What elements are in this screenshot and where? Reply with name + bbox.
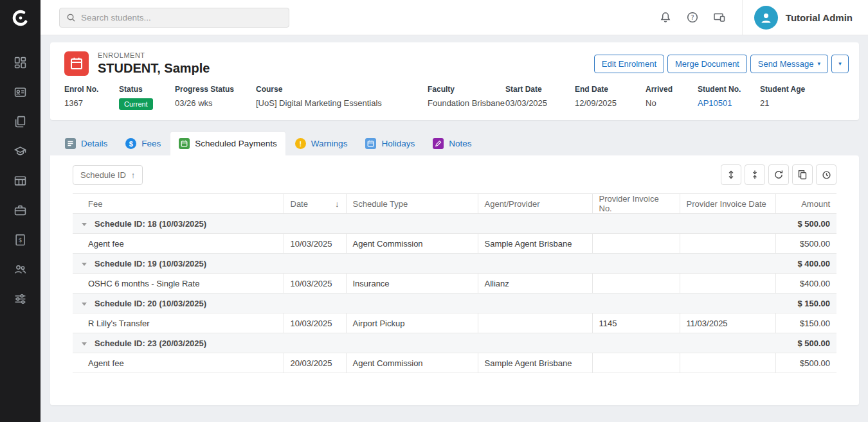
sidebar-nav: $ xyxy=(14,35,27,305)
group-row[interactable]: Schedule ID: 20 (10/03/2025) $ 150.00 xyxy=(73,294,836,313)
more-actions-button[interactable]: ▾ xyxy=(831,55,849,73)
fees-icon: $ xyxy=(125,138,136,149)
holidays-icon xyxy=(365,138,376,149)
timetable-icon[interactable] xyxy=(14,174,27,187)
field-course: Course[UoS] Digital Marketing Essentials xyxy=(256,85,428,110)
svg-text:?: ? xyxy=(691,14,694,21)
agents-icon[interactable] xyxy=(14,263,27,276)
documents-icon[interactable] xyxy=(14,115,27,128)
table-header-row: Fee Date↓ Schedule Type Agent/Provider P… xyxy=(73,194,836,214)
enrolment-summary: Enrol No.1367 StatusCurrent Progress Sta… xyxy=(50,81,859,120)
settings-icon[interactable] xyxy=(14,292,27,305)
table-row[interactable]: Agent fee 20/03/2025 Agent Commission Sa… xyxy=(73,353,836,373)
tab-details[interactable]: Details xyxy=(57,132,116,155)
page-title: STUDENT, Sample xyxy=(98,61,210,76)
enrolment-actions: Edit Enrolment Merge Document Send Messa… xyxy=(594,55,849,73)
main-content: ENROLMENT STUDENT, Sample Edit Enrolment… xyxy=(41,35,868,422)
employers-icon[interactable] xyxy=(14,204,27,216)
collapse-caret-icon xyxy=(82,223,87,226)
collapse-all-icon[interactable] xyxy=(745,164,765,185)
enrolment-kicker: ENROLMENT xyxy=(98,51,210,59)
notifications-bell-icon[interactable] xyxy=(652,4,679,31)
field-progress-status: Progress Status03/26 wks xyxy=(175,85,256,110)
field-student-no: Student No.AP10501 xyxy=(698,85,760,110)
field-end-date: End Date12/09/2025 xyxy=(575,85,646,110)
avatar xyxy=(754,6,778,30)
finance-icon[interactable]: $ xyxy=(14,233,27,246)
user-menu[interactable]: Tutorial Admin xyxy=(742,0,868,35)
collapse-caret-icon xyxy=(82,342,87,346)
table-row[interactable]: Agent fee 10/03/2025 Agent Commission Sa… xyxy=(73,234,836,254)
tab-scheduled-payments[interactable]: Scheduled Payments xyxy=(170,132,285,155)
help-icon[interactable]: ? xyxy=(679,4,706,31)
grid-toolbar-buttons xyxy=(721,164,836,185)
send-message-button[interactable]: Send Message▾ xyxy=(750,55,828,73)
field-student-age: Student Age21 xyxy=(760,85,805,110)
sort-desc-icon: ↓ xyxy=(335,199,339,209)
group-row[interactable]: Schedule ID: 19 (10/03/2025) $ 400.00 xyxy=(73,254,836,274)
sidebar: $ xyxy=(0,0,41,422)
group-row[interactable]: Schedule ID: 18 (10/03/2025) $ 500.00 xyxy=(73,214,836,234)
app-logo-icon xyxy=(10,7,32,29)
refresh-icon[interactable] xyxy=(768,164,789,185)
column-header-schedule-type[interactable]: Schedule Type xyxy=(346,194,478,214)
group-total: $ 150.00 xyxy=(775,294,836,313)
field-arrived: ArrivedNo xyxy=(646,85,698,110)
tab-fees[interactable]: $ Fees xyxy=(117,132,169,155)
search-icon xyxy=(66,13,76,22)
export-icon[interactable] xyxy=(792,164,813,185)
field-start-date: Start Date03/03/2025 xyxy=(505,85,575,110)
warnings-icon: ! xyxy=(295,138,306,149)
column-header-date[interactable]: Date↓ xyxy=(284,194,346,214)
expand-all-icon[interactable] xyxy=(721,164,741,185)
table-row[interactable]: R Lilly's Transfer 10/03/2025 Airport Pi… xyxy=(73,313,836,333)
group-total: $ 500.00 xyxy=(775,333,836,353)
enrolment-header-card: ENROLMENT STUDENT, Sample Edit Enrolment… xyxy=(50,42,859,120)
devices-icon[interactable] xyxy=(706,4,733,31)
enrolment-icon xyxy=(64,51,89,76)
topbar-actions: ? Tutorial Admin xyxy=(652,0,868,35)
chevron-down-icon: ▾ xyxy=(817,60,820,67)
collapse-caret-icon xyxy=(82,263,87,266)
column-header-fee[interactable]: Fee xyxy=(73,194,284,214)
svg-text:$: $ xyxy=(18,236,22,243)
dashboard-icon[interactable] xyxy=(14,56,27,69)
tab-holidays[interactable]: Holidays xyxy=(357,132,423,155)
search-box xyxy=(59,8,289,28)
merge-document-button[interactable]: Merge Document xyxy=(667,55,747,73)
scheduled-payments-panel: Schedule ID ↑ Fee Date↓ Schedule Type xyxy=(50,155,859,405)
tab-bar: Details $ Fees Scheduled Payments ! Warn… xyxy=(50,132,859,155)
column-header-agent-provider[interactable]: Agent/Provider xyxy=(478,194,592,214)
group-total: $ 500.00 xyxy=(775,214,836,234)
tab-notes[interactable]: Notes xyxy=(424,132,480,155)
table-row[interactable]: OSHC 6 months - Single Rate 10/03/2025 I… xyxy=(73,274,836,294)
tab-warnings[interactable]: ! Warnings xyxy=(287,132,356,155)
topbar: ? Tutorial Admin xyxy=(41,0,868,35)
student-no-link[interactable]: AP10501 xyxy=(698,98,760,108)
sort-asc-icon: ↑ xyxy=(131,170,136,180)
collapse-caret-icon xyxy=(82,303,87,306)
status-badge: Current xyxy=(119,98,153,110)
app-logo[interactable] xyxy=(0,0,41,35)
column-header-amount[interactable]: Amount xyxy=(775,194,836,214)
details-icon xyxy=(65,138,76,149)
group-by-chip[interactable]: Schedule ID ↑ xyxy=(73,165,143,185)
history-icon[interactable] xyxy=(816,164,836,185)
notes-icon xyxy=(433,138,444,149)
edit-enrolment-button[interactable]: Edit Enrolment xyxy=(594,55,664,73)
group-row[interactable]: Schedule ID: 23 (20/03/2025) $ 500.00 xyxy=(73,333,836,353)
column-header-provider-invoice-date[interactable]: Provider Invoice Date xyxy=(680,194,775,214)
contacts-icon[interactable] xyxy=(14,85,27,98)
scheduled-payments-table: Fee Date↓ Schedule Type Agent/Provider P… xyxy=(73,193,836,373)
field-faculty: FacultyFoundation Brisbane xyxy=(428,85,505,110)
courses-icon[interactable] xyxy=(14,145,27,157)
field-enrol-no: Enrol No.1367 xyxy=(64,85,119,110)
field-status: StatusCurrent xyxy=(119,85,175,110)
user-name: Tutorial Admin xyxy=(786,12,853,23)
scheduled-payments-icon xyxy=(179,138,190,149)
grid-toolbar: Schedule ID ↑ xyxy=(50,164,859,193)
column-header-provider-invoice-no[interactable]: Provider Invoice No. xyxy=(592,194,680,214)
group-total: $ 400.00 xyxy=(775,254,836,274)
chevron-down-icon: ▾ xyxy=(838,60,842,67)
search-input[interactable] xyxy=(81,13,282,22)
